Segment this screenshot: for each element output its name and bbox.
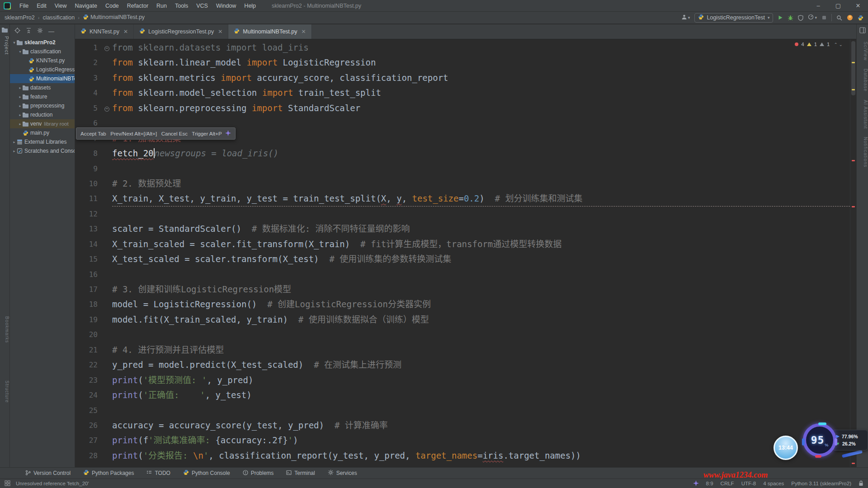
hide-panel-button[interactable]: — — [48, 28, 54, 35]
tab-KNNTest.py[interactable]: KNNTest.py✕ — [75, 24, 134, 39]
fold-marker[interactable]: − — [101, 101, 112, 116]
tool-window-version-control[interactable]: Version Control — [25, 470, 71, 477]
editor-scrollbar[interactable] — [850, 39, 856, 467]
watermark: www.java1234.com — [703, 470, 768, 480]
close-button[interactable]: ✕ — [848, 0, 868, 12]
tool-stripe-notifications[interactable]: Notifications — [857, 137, 868, 167]
tool-window-switcher-icon[interactable] — [5, 480, 10, 487]
tab-close-icon[interactable]: ✕ — [302, 28, 306, 35]
tool-stripe-database[interactable]: Database — [857, 69, 868, 92]
menu-run[interactable]: Run — [152, 3, 171, 9]
tree-item-preprocessing[interactable]: ▸preprocessing — [10, 101, 75, 110]
run-configuration-select[interactable]: LogisticRegressionTest ▾ — [694, 13, 773, 23]
tool-window-problems[interactable]: Problems — [243, 470, 274, 477]
tree-item-main.py[interactable]: main.py — [10, 128, 75, 137]
locate-file-button[interactable] — [14, 28, 20, 35]
panel-settings-button[interactable] — [37, 28, 43, 35]
error-tick[interactable] — [852, 463, 855, 464]
tree-item-reduction[interactable]: ▸reduction — [10, 110, 75, 119]
stop-button[interactable] — [821, 15, 827, 20]
search-everywhere-button[interactable] — [836, 15, 842, 21]
breadcrumb-item[interactable]: classification — [42, 14, 75, 21]
menu-navigate[interactable]: Navigate — [71, 3, 101, 9]
fold-marker[interactable]: − — [101, 40, 112, 55]
code-content: X_train_scaled = scaler.fit_transform(X_… — [112, 237, 850, 252]
menu-view[interactable]: View — [51, 3, 71, 9]
tab-close-icon[interactable]: ✕ — [218, 28, 222, 35]
menu-help[interactable]: Help — [240, 3, 260, 9]
tool-stripe-sciview[interactable]: SciView — [857, 42, 868, 61]
code-line: 19model.fit(X_train_scaled, y_train) # 使… — [75, 312, 850, 327]
tool-stripe-bookmarks[interactable]: Bookmarks — [0, 316, 9, 343]
menu-window[interactable]: Window — [212, 3, 240, 9]
code-with-me-icon[interactable] — [847, 14, 853, 21]
code-editor[interactable]: 1−from sklearn.datasets import load_iris… — [75, 39, 850, 467]
tab-close-icon[interactable]: ✕ — [123, 28, 128, 35]
user-profile-button[interactable]: ▾ — [681, 14, 690, 21]
minimize-button[interactable]: – — [808, 0, 828, 12]
folder-icon — [23, 94, 28, 99]
breadcrumb-item[interactable]: MultinomialNBTest.py — [83, 14, 145, 21]
status-segment[interactable]: 4 spaces — [763, 481, 784, 486]
menu-vcs[interactable]: VCS — [192, 3, 212, 9]
scrollbar-thumb[interactable] — [851, 41, 855, 95]
line-number: 2 — [75, 55, 101, 70]
run-button[interactable] — [778, 15, 783, 20]
menu-file[interactable]: File — [15, 3, 33, 9]
status-segment[interactable]: CRLF — [721, 481, 734, 486]
tool-window-python-console[interactable]: Python Console — [183, 469, 230, 477]
tree-item-venv[interactable]: ▸venvlibrary root — [10, 119, 75, 128]
tree-item-label: External Libraries — [24, 139, 66, 145]
tree-item-sklearnPro2[interactable]: ▾sklearnPro2 — [10, 38, 75, 47]
lock-icon[interactable] — [859, 480, 863, 487]
collapse-all-button[interactable] — [26, 28, 32, 35]
tree-item-LogisticRegressionTest.py[interactable]: LogisticRegressionTest.py — [10, 65, 75, 74]
fold-icon[interactable]: − — [104, 107, 109, 112]
tool-stripe-structure[interactable]: Structure — [0, 380, 9, 403]
menu-refactor[interactable]: Refactor — [123, 3, 152, 9]
debug-button[interactable] — [788, 15, 793, 21]
prev-next-chevrons[interactable]: ⌃ ⌄ — [834, 42, 843, 47]
profiler-button[interactable]: ▾ — [808, 14, 817, 21]
tree-item-KNNTest.py[interactable]: KNNTest.py — [10, 56, 75, 65]
tool-window-services[interactable]: Services — [328, 469, 357, 477]
code-token: from — [112, 73, 133, 83]
code-line: 28print('分类报告: \n', classification_repor… — [75, 448, 850, 463]
menu-tools[interactable]: Tools — [171, 3, 192, 9]
tree-item-datasets[interactable]: ▸datasets — [10, 83, 75, 92]
tab-MultinomialNBTest.py[interactable]: MultinomialNBTest.py✕ — [228, 24, 311, 39]
error-tick[interactable] — [852, 160, 855, 161]
breadcrumb-item[interactable]: sklearnPro2 — [5, 14, 35, 21]
menu-edit[interactable]: Edit — [33, 3, 51, 9]
tool-stripe-project[interactable]: Project — [0, 36, 9, 55]
hide-windows-icon[interactable] — [859, 27, 866, 33]
code-token: = — [477, 450, 482, 460]
tree-item-Scratches and Consoles[interactable]: ▸Scratches and Consoles — [10, 146, 75, 155]
menu-code[interactable]: Code — [101, 3, 123, 9]
tree-item-feature[interactable]: ▸feature — [10, 92, 75, 101]
status-segment[interactable]: 8:9 — [706, 481, 713, 486]
python-toolbar-icon[interactable] — [858, 15, 863, 21]
python-file-icon — [80, 28, 86, 35]
fold-icon[interactable]: − — [104, 46, 109, 51]
tab-LogisticRegressionTest.py[interactable]: LogisticRegressionTest.py✕ — [134, 24, 228, 39]
status-segment[interactable]: UTF-8 — [741, 481, 756, 486]
inspections-widget[interactable]: 4 1 1 ⌃ ⌄ — [795, 42, 843, 47]
tree-item-classification[interactable]: ▾classification — [10, 47, 75, 56]
tool-stripe-ai-assistant[interactable]: AI Assistant — [857, 100, 868, 129]
status-segment[interactable]: Python 3.11 (sklearnPro2) — [791, 481, 851, 486]
coverage-button[interactable] — [798, 15, 803, 21]
maximize-button[interactable]: ▢ — [828, 0, 848, 12]
pyfile-icon — [83, 469, 89, 477]
pyfile-icon — [28, 76, 34, 82]
tree-item-MultinomialNBTest.py[interactable]: MultinomialNBTest.py — [10, 74, 75, 83]
tool-window-python-packages[interactable]: Python Packages — [83, 469, 134, 477]
tool-window-terminal[interactable]: Terminal — [286, 470, 315, 477]
warning-tick[interactable] — [852, 89, 855, 90]
error-tick[interactable] — [852, 206, 855, 207]
warning-tick[interactable] — [852, 62, 855, 63]
tool-window-todo[interactable]: TODO — [146, 470, 170, 477]
ai-assistant-icon[interactable] — [693, 480, 699, 487]
tree-item-External Libraries[interactable]: ▸External Libraries — [10, 137, 75, 146]
folder-icon — [17, 40, 23, 45]
